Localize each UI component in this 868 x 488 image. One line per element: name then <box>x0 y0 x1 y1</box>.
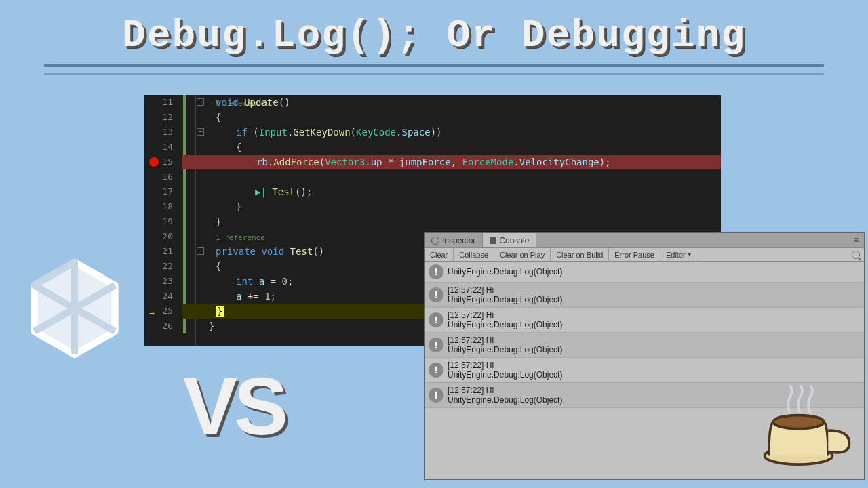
info-icon: ! <box>429 312 443 327</box>
error-pause-button[interactable]: Error Pause <box>609 248 660 261</box>
tab-menu-icon[interactable]: ≡ <box>848 233 864 247</box>
info-icon: ! <box>429 287 443 302</box>
svg-point-1 <box>773 415 824 429</box>
play-icon: ▶| <box>255 186 267 197</box>
log-entry[interactable]: ![12:57:22] HiUnityEngine.Debug:Log(Obje… <box>425 358 864 383</box>
collapse-button[interactable]: Collapse <box>454 248 494 261</box>
log-entry[interactable]: ![12:57:22] HiUnityEngine.Debug:Log(Obje… <box>425 333 864 358</box>
tab-console[interactable]: Console <box>483 233 536 247</box>
info-icon: ! <box>429 264 443 279</box>
unity-logo-icon <box>17 251 132 366</box>
editor-dropdown[interactable]: Editor▼ <box>660 248 698 261</box>
tab-inspector[interactable]: Inspector <box>425 233 483 247</box>
title-underline-2 <box>44 73 824 75</box>
code-lens[interactable]: 1 reference <box>216 233 265 242</box>
page-title: Debug.Log(); Or Debugging <box>0 0 868 64</box>
line-numbers: 11121314151617181920212223242526 <box>144 95 178 333</box>
console-icon <box>490 237 496 244</box>
info-icon: ! <box>429 338 443 352</box>
log-entry[interactable]: ![12:57:22] HiUnityEngine.Debug:Log(Obje… <box>425 283 864 308</box>
console-toolbar: Clear Collapse Clear on Play Clear on Bu… <box>425 248 864 262</box>
coffee-cup-icon <box>756 383 858 478</box>
log-entry[interactable]: ![12:57:22] HiUnityEngine.Debug:Log(Obje… <box>425 308 864 333</box>
console-search[interactable] <box>848 248 864 261</box>
clear-on-build-button[interactable]: Clear on Build <box>551 248 609 261</box>
clear-on-play-button[interactable]: Clear on Play <box>494 248 551 261</box>
chevron-down-icon: ▼ <box>687 251 692 258</box>
execution-arrow-icon: ➡ <box>149 306 155 321</box>
info-icon: ! <box>429 363 443 378</box>
title-underline <box>44 64 824 67</box>
inspector-icon <box>431 237 439 245</box>
log-entry[interactable]: !UnityEngine.Debug:Log(Object) <box>425 262 864 283</box>
vs-label: VS <box>183 359 285 453</box>
search-icon <box>852 251 860 259</box>
breakpoint-line[interactable]: rb.AddForce(Vector3.up * jumpForce, Forc… <box>182 155 721 169</box>
console-tabs: Inspector Console ≡ <box>425 233 864 248</box>
info-icon: ! <box>429 388 443 403</box>
clear-button[interactable]: Clear <box>425 248 454 261</box>
breakpoint-icon[interactable] <box>149 157 159 167</box>
